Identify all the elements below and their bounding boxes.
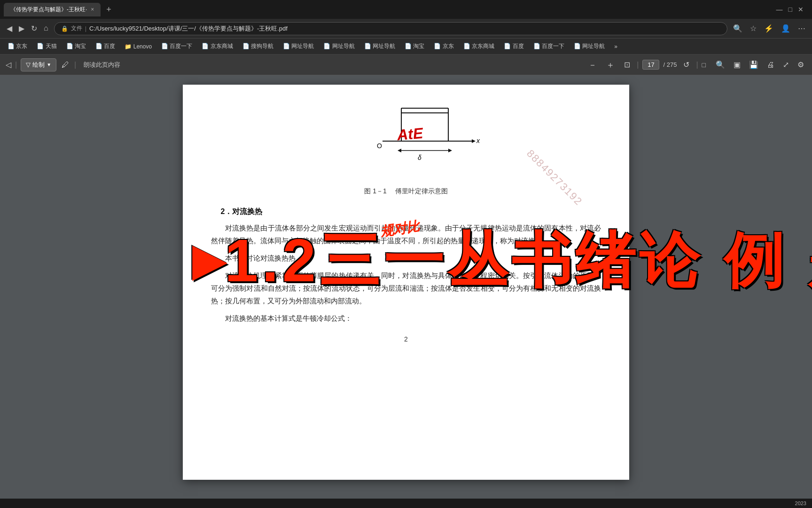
- zoom-fit-button[interactable]: ⊡: [621, 59, 633, 70]
- highlight-button[interactable]: 🖊: [60, 59, 70, 71]
- new-tab-button[interactable]: +: [103, 5, 114, 15]
- browser-settings-icon[interactable]: ⋯: [796, 23, 807, 34]
- minimize-button[interactable]: —: [776, 6, 783, 13]
- draw-label: 绘制: [32, 61, 45, 69]
- bookmark-item-sougou[interactable]: 📄 搜狗导航: [239, 41, 277, 52]
- pdf-page-container: x O δ 图 1－1 傅里叶定律示意图: [0, 75, 812, 499]
- pdf-print-button[interactable]: 🖨: [765, 59, 777, 71]
- draw-icon: ▽: [26, 61, 31, 68]
- pdf-page: x O δ 图 1－1 傅里叶定律示意图: [183, 85, 629, 480]
- bookmark-item-tianmao[interactable]: 📄 天猫: [33, 41, 60, 52]
- svg-marker-6: [398, 149, 401, 152]
- bookmark-item-baiduone2[interactable]: 📄 百度一下: [530, 41, 568, 52]
- section2-heading: 2．对流换热: [211, 206, 601, 218]
- window-controls: — □ ✕: [776, 6, 808, 13]
- bookmark-more[interactable]: »: [610, 42, 621, 51]
- bookmark-item-jd1[interactable]: 📄 京东: [4, 41, 31, 52]
- tab-area: 《传热学要点与解题》-王秋旺· × +: [4, 3, 773, 16]
- browser-fav-icon[interactable]: ☆: [748, 23, 758, 34]
- lock-icon: 🔒: [61, 25, 68, 32]
- bookmark-item-baiduone[interactable]: 📄 百度一下: [157, 41, 196, 52]
- section2-number: [211, 207, 219, 215]
- para4: 对流换热的基本计算式是牛顿冷却公式：: [211, 312, 601, 325]
- highlight-icon: 🖊: [62, 61, 69, 69]
- titlebar: 《传热学要点与解题》-王秋旺· × + — □ ✕: [0, 0, 812, 19]
- bookmark-item-nav3[interactable]: 📄 网址导航: [360, 41, 399, 52]
- maximize-button[interactable]: □: [789, 6, 792, 13]
- status-bar: 2023: [0, 499, 812, 508]
- pdf-tools-right: 🔍 ▣ 💾 🖨 ⤢ ⚙: [713, 59, 806, 71]
- back-button[interactable]: ◀: [5, 23, 14, 34]
- tab-title: 《传热学要点与解题》-王秋旺·: [10, 6, 87, 14]
- nav-buttons: ◀ ▶ ↻ ⌂: [5, 23, 50, 34]
- browser-profile-icon[interactable]: 👤: [779, 23, 792, 34]
- toolbar-sep1: |: [74, 61, 76, 69]
- para2: 本书只讨论对流换热热。: [211, 252, 601, 264]
- refresh-button[interactable]: ↻: [29, 23, 39, 34]
- status-year: 2023: [795, 500, 806, 506]
- svg-marker-2: [472, 139, 476, 143]
- url-bar[interactable]: 🔒 文件 | C:/Users/lucky9521/Desktop/讲课/三一/…: [54, 22, 727, 35]
- home-button[interactable]: ⌂: [42, 23, 50, 34]
- url-separator: |: [85, 25, 86, 32]
- sidebar-toggle[interactable]: ◁: [6, 60, 11, 69]
- bookmark-item-baidu2[interactable]: 📄 百度: [500, 41, 527, 52]
- pdf-tools-left: ◁ | ▽ 绘制 ▼ 🖊 | 朗读此页内容: [6, 58, 124, 71]
- svg-rect-0: [401, 113, 448, 141]
- bookmark-item-nav4[interactable]: 📄 网址导航: [570, 41, 609, 52]
- bookmark-item-jdshop[interactable]: 📄 京东商城: [198, 41, 236, 52]
- bookmark-item-baidu[interactable]: 📄 百度: [92, 41, 119, 52]
- diagram-area: x O δ 图 1－1 傅里叶定律示意图: [211, 103, 601, 196]
- browser-actions: 🔍 ☆ ⚡ 👤 ⋯: [731, 23, 807, 34]
- diagram-svg: x O δ: [326, 103, 486, 182]
- active-tab[interactable]: 《传热学要点与解题》-王秋旺· ×: [4, 3, 101, 16]
- bookmark-item-lenovo[interactable]: 📁 Lenovo: [121, 42, 156, 51]
- close-button[interactable]: ✕: [798, 6, 804, 13]
- bookmarks-bar: 📄 京东 📄 天猫 📄 淘宝 📄 百度 📁 Lenovo 📄 百度一下 📄 京东…: [0, 39, 812, 55]
- nav-sep: |: [15, 61, 17, 69]
- toolbar-sep3: |: [696, 61, 698, 69]
- pdf-search-button[interactable]: 🔍: [713, 59, 727, 71]
- para1: 对流换热是由于流体各部分之间发生宏观运动而引起的热量传递现象。由于分子无规律热运…: [211, 222, 601, 247]
- bookmark-item-nav1[interactable]: 📄 网址导航: [279, 41, 318, 52]
- para3: 对流换热机理与紧靠壁面的薄膜层的热传递有关，同时，对流换热与具体的换热过程密切相…: [211, 269, 601, 307]
- svg-text:x: x: [476, 137, 480, 144]
- pdf-fullscreen-button[interactable]: ⤢: [781, 59, 791, 71]
- browser-search-icon[interactable]: 🔍: [731, 23, 744, 34]
- bookmark-item-taobao2[interactable]: 📄 淘宝: [401, 41, 428, 52]
- toolbar-sep2: |: [637, 61, 639, 69]
- draw-dropdown-icon: ▼: [47, 62, 51, 67]
- pdf-tools-center: － ＋ ⊡ | / 275 ↺ | □: [586, 58, 706, 71]
- read-aloud-button[interactable]: 朗读此页内容: [80, 59, 124, 71]
- bookmark-item-nav2[interactable]: 📄 网址导航: [320, 41, 358, 52]
- bookmark-item-jdshop2[interactable]: 📄 京东商城: [460, 41, 498, 52]
- bookmark-item-jd2[interactable]: 📄 京东: [430, 41, 457, 52]
- file-label: 文件: [71, 24, 82, 32]
- svg-marker-7: [448, 149, 452, 152]
- pdf-area: x O δ 图 1－1 傅里叶定律示意图: [0, 75, 812, 499]
- section2-title: 2．对流换热: [220, 207, 262, 215]
- pdf-toolbar: ◁ | ▽ 绘制 ▼ 🖊 | 朗读此页内容 － ＋ ⊡ | / 275 ↺ | …: [0, 55, 812, 75]
- page-number-bottom: 2: [211, 334, 601, 344]
- bookmark-item-taobao[interactable]: 📄 淘宝: [62, 41, 90, 52]
- page-total: / 275: [663, 61, 677, 68]
- read-label: 朗读此页内容: [84, 61, 120, 68]
- rotate-button[interactable]: ↺: [680, 59, 692, 70]
- pdf-view-button[interactable]: ▣: [731, 59, 743, 71]
- address-bar: ◀ ▶ ↻ ⌂ 🔒 文件 | C:/Users/lucky9521/Deskto…: [0, 19, 812, 39]
- svg-text:δ: δ: [418, 154, 422, 161]
- diagram-caption: 图 1－1 傅里叶定律示意图: [364, 186, 447, 196]
- url-text: C:/Users/lucky9521/Desktop/讲课/三一/《传热学要点与…: [89, 24, 288, 33]
- forward-button[interactable]: ▶: [17, 23, 26, 34]
- zoom-plus-button[interactable]: ＋: [603, 58, 617, 71]
- pdf-save-button[interactable]: 💾: [747, 59, 761, 71]
- svg-text:O: O: [377, 142, 382, 150]
- page-number-input[interactable]: [642, 60, 659, 70]
- tab-close-button[interactable]: ×: [91, 6, 94, 13]
- draw-button[interactable]: ▽ 绘制 ▼: [21, 58, 56, 71]
- zoom-minus-button[interactable]: －: [586, 58, 600, 71]
- page-layout-button[interactable]: □: [702, 61, 706, 69]
- pdf-settings-button[interactable]: ⚙: [795, 59, 806, 71]
- browser-ext-icon[interactable]: ⚡: [762, 23, 775, 34]
